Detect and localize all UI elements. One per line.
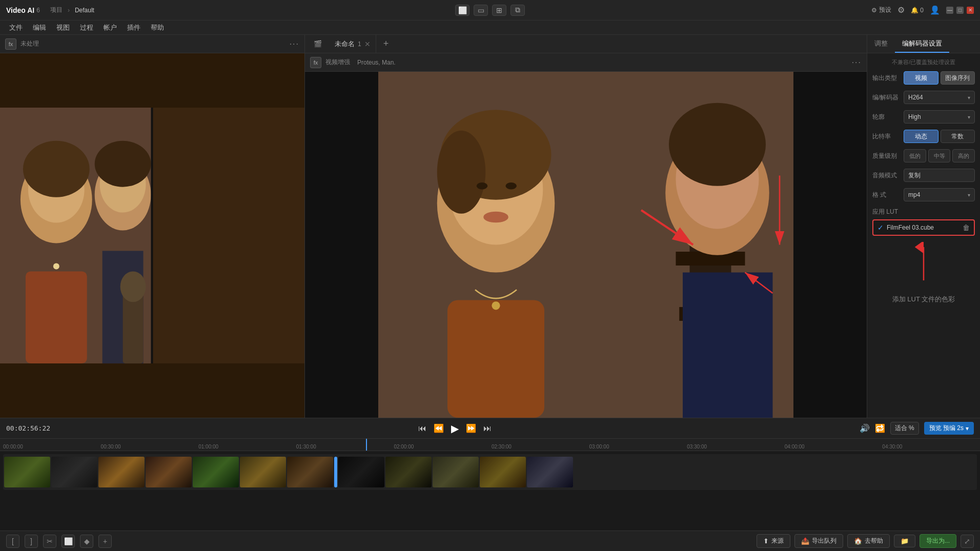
fit-select[interactable]: 适合 % bbox=[890, 422, 919, 435]
ruler-marks: 00:00:00 00:30:00 01:00:00 01:30:00 02:0… bbox=[0, 439, 980, 451]
svg-point-34 bbox=[492, 301, 500, 310]
timeline-controls: 00:02:56:22 ⏮ ⏪ ▶ ⏩ ⏭ 🔊 🔁 适合 % 预览 预编 2s … bbox=[0, 418, 980, 439]
svg-point-12 bbox=[95, 141, 151, 187]
mark-1: 00:30:00 bbox=[101, 444, 199, 450]
lut-value-box[interactable]: ✓ FilmFeel 03.cube 🗑 bbox=[872, 219, 975, 236]
skip-start-btn[interactable]: ⏮ bbox=[418, 424, 426, 433]
bitrate-row: 比特率 动态 常数 bbox=[872, 130, 975, 143]
fx-button-left[interactable]: fx bbox=[5, 38, 16, 50]
window-controls: — □ ✕ bbox=[946, 7, 974, 14]
menu-plugin[interactable]: 插件 bbox=[122, 21, 146, 34]
thumb-1[interactable] bbox=[4, 457, 50, 487]
app-title: Video AI bbox=[6, 6, 34, 14]
svg-point-32 bbox=[483, 212, 508, 223]
svg-point-29 bbox=[437, 131, 486, 214]
playhead[interactable] bbox=[366, 439, 367, 451]
quality-low-btn[interactable]: 低的 bbox=[904, 149, 926, 162]
format-select[interactable]: mp4 ▾ bbox=[904, 188, 975, 201]
bitrate-label: 比特率 bbox=[872, 132, 901, 141]
thumb-7[interactable] bbox=[287, 457, 333, 487]
thumb-12[interactable] bbox=[527, 457, 573, 487]
notifications[interactable]: 🔔0 bbox=[911, 7, 924, 14]
maximize-btn[interactable]: □ bbox=[956, 7, 964, 14]
profile-select[interactable]: High ▾ bbox=[904, 110, 975, 124]
fx-button-center[interactable]: fx bbox=[310, 57, 321, 68]
audio-select[interactable]: 复制 bbox=[904, 169, 975, 182]
close-btn[interactable]: ✕ bbox=[967, 7, 974, 14]
tab-encoder[interactable]: 编解码器设置 bbox=[895, 35, 949, 53]
step-fwd-btn[interactable]: ⏩ bbox=[466, 423, 476, 433]
left-more-btn[interactable]: ··· bbox=[290, 39, 299, 49]
center-more-btn[interactable]: ··· bbox=[852, 58, 862, 67]
thumb-11[interactable] bbox=[480, 457, 526, 487]
svg-point-16 bbox=[120, 271, 146, 302]
lut-delete-btn[interactable]: 🗑 bbox=[963, 223, 970, 232]
view-btn-4[interactable]: ⧉ bbox=[511, 5, 525, 16]
thumb-6[interactable] bbox=[240, 457, 286, 487]
menu-file[interactable]: 文件 bbox=[4, 21, 28, 34]
tab-item-1[interactable]: 未命名 1 ✕ bbox=[330, 35, 376, 53]
codec-select[interactable]: H264 ▾ bbox=[904, 91, 975, 104]
bracket-open-btn[interactable]: [ bbox=[6, 535, 19, 548]
source-btn[interactable]: ⬆ 来源 bbox=[757, 534, 790, 548]
user-icon[interactable]: 👤 bbox=[930, 5, 940, 15]
tab-add-btn[interactable]: + bbox=[380, 38, 392, 49]
clip-btn[interactable]: ⬜ bbox=[62, 535, 75, 548]
expand-btn[interactable]: ⤢ bbox=[961, 535, 974, 548]
menu-view[interactable]: 视图 bbox=[51, 21, 75, 34]
quality-mid-btn[interactable]: 中等 bbox=[928, 149, 951, 162]
preset-btn[interactable]: ⚙ 预设 bbox=[871, 6, 891, 14]
bitrate-const-btn[interactable]: 常数 bbox=[941, 130, 975, 143]
profile-arrow: ▾ bbox=[968, 114, 970, 120]
add-btn[interactable]: + bbox=[98, 535, 112, 548]
thumb-3[interactable] bbox=[98, 457, 145, 487]
output-image-btn[interactable]: 图像序列 bbox=[941, 71, 975, 85]
export-folder-btn[interactable]: 📁 bbox=[894, 535, 915, 547]
thumb-9[interactable] bbox=[385, 457, 432, 487]
mark-5: 02:30:00 bbox=[492, 444, 589, 450]
lut-label: 应用 LUT bbox=[872, 208, 898, 216]
timeline-ruler[interactable]: 00:00:00 00:30:00 01:00:00 01:30:00 02:0… bbox=[0, 439, 980, 451]
skip-end-btn[interactable]: ⏭ bbox=[483, 424, 492, 433]
queue-btn[interactable]: 📤 导出队列 bbox=[794, 534, 843, 548]
menu-edit[interactable]: 编辑 bbox=[28, 21, 51, 34]
trim-btn[interactable]: ✂ bbox=[43, 535, 56, 548]
view-btn-2[interactable]: ▭ bbox=[474, 5, 488, 16]
app-version: 6 bbox=[36, 7, 40, 14]
menu-account[interactable]: 帐户 bbox=[98, 21, 122, 34]
track-thumbnails bbox=[3, 454, 977, 490]
export-main-btn[interactable]: 导出为... bbox=[920, 534, 956, 548]
bracket-close-btn[interactable]: ] bbox=[25, 535, 38, 548]
output-video-btn[interactable]: 视频 bbox=[904, 71, 938, 85]
thumb-2[interactable] bbox=[51, 457, 97, 487]
minimize-btn[interactable]: — bbox=[946, 7, 953, 14]
menu-process[interactable]: 过程 bbox=[75, 21, 98, 34]
thumb-4[interactable] bbox=[146, 457, 192, 487]
tab-adjust[interactable]: 调整 bbox=[867, 35, 895, 53]
audio-label: 音频模式 bbox=[872, 171, 901, 180]
view-btn-3[interactable]: ⊞ bbox=[492, 5, 506, 16]
thumb-8[interactable] bbox=[338, 457, 384, 487]
left-video-frame bbox=[0, 53, 304, 418]
timecode: 00:02:56:22 bbox=[6, 424, 50, 432]
guide-btn[interactable]: 🏠 去帮助 bbox=[847, 534, 890, 548]
audio-toggle-btn[interactable]: 🔊 bbox=[860, 423, 870, 433]
view-btn-1[interactable]: ⬜ bbox=[455, 5, 469, 16]
play-btn[interactable]: ▶ bbox=[451, 422, 459, 435]
thumb-10[interactable] bbox=[433, 457, 479, 487]
bitrate-auto-btn[interactable]: 动态 bbox=[904, 130, 938, 143]
center-video-frame bbox=[305, 72, 867, 418]
quality-high-btn[interactable]: 高的 bbox=[952, 149, 975, 162]
settings-icon[interactable]: ⚙ bbox=[897, 5, 905, 15]
timeline-tracks[interactable] bbox=[0, 451, 980, 530]
tab-close-btn[interactable]: ✕ bbox=[364, 40, 371, 48]
lut-row: 应用 LUT ✓ FilmFeel 03.cube 🗑 bbox=[872, 208, 975, 236]
loop-btn[interactable]: 🔁 bbox=[875, 423, 885, 433]
right-panel: 调整 编解码器设置 不兼容/已覆盖预处理设置 输出类型 视频 图像序列 编/解码… bbox=[867, 35, 980, 418]
menu-help[interactable]: 帮助 bbox=[146, 21, 169, 34]
output-type-label: 输出类型 bbox=[872, 74, 901, 83]
step-back-btn[interactable]: ⏪ bbox=[434, 423, 444, 433]
thumb-5[interactable] bbox=[193, 457, 239, 487]
marker-btn[interactable]: ◆ bbox=[80, 535, 93, 548]
preview-btn[interactable]: 预览 预编 2s ▾ bbox=[924, 422, 974, 435]
